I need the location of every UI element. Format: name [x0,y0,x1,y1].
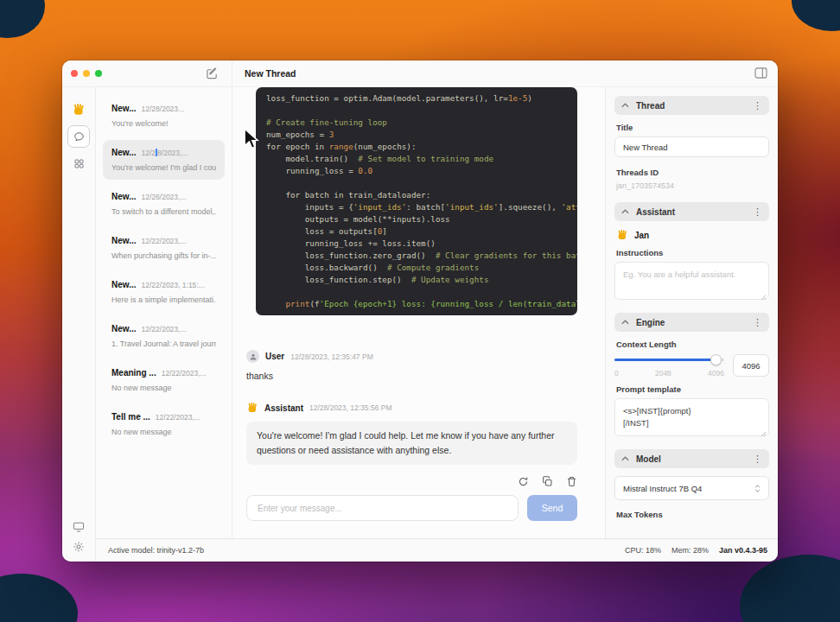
thread-list-item[interactable]: New...12/28/2023...You're welcome! [103,96,225,136]
kebab-menu-icon[interactable]: ⋮ [753,318,762,327]
collapse-chevron-icon[interactable] [621,456,629,461]
thread-list-item[interactable]: New...12/28/2023,...You're welcome! I'm … [103,140,225,180]
thread-item-snippet: No new message [111,428,216,436]
thread-item-title: New... [111,148,137,157]
collapse-chevron-icon[interactable] [621,103,629,108]
prompt-template-textarea[interactable]: <s>[INST]{prompt} [/INST] [614,398,769,436]
threads-id-value: jan_1703574534 [616,181,767,190]
send-button[interactable]: Send [527,495,577,521]
assistant-section-header[interactable]: Assistant ⋮ [614,202,769,221]
minimize-window-button[interactable] [83,70,90,77]
user-message-header: User 12/28/2023, 12:35:47 PM [246,350,577,363]
collapse-chevron-icon[interactable] [621,320,629,325]
selected-model: Mistral Instruct 7B Q4 [623,484,702,493]
thread-list-item[interactable]: Tell me ...12/22/2023,...No new message [103,404,225,444]
composer: Send [246,495,577,521]
rail-hub-tab[interactable] [68,153,89,174]
message-actions [260,476,577,487]
close-window-button[interactable] [71,70,78,77]
thread-item-date: 12/22/2023,... [142,237,187,245]
tick-label: 4096 [708,369,724,378]
thread-item-title: New... [111,280,137,289]
instructions-label: Instructions [616,248,767,257]
tick-label: 0 [614,369,619,378]
zoom-window-button[interactable] [95,70,102,77]
right-panel: Thread ⋮ Title Threads ID jan_1703574534… [605,87,778,538]
thread-list-item[interactable]: New...12/22/2023, 1:15:...Here is a simp… [103,272,225,312]
wallpaper-corner-shape [0,0,45,38]
regenerate-icon[interactable] [518,476,529,487]
kebab-menu-icon[interactable]: ⋮ [753,454,762,464]
thread-item-date: 12/26/2023,... [142,193,187,201]
thread-list-item[interactable]: Meaning ...12/22/2023,...No new message [103,360,225,400]
settings-gear-icon[interactable] [73,541,85,553]
thread-item-snippet: You're welcome! [111,119,216,128]
thread-item-date: 12/28/2023,... [142,149,188,157]
left-rail [62,87,96,562]
copy-icon[interactable] [542,476,553,487]
model-select[interactable]: Mistral Instruct 7B Q4 [614,476,769,500]
thread-item-date: 12/22/2023,... [162,369,207,378]
section-title: Model [636,454,746,464]
instructions-textarea[interactable] [614,262,769,300]
resize-grip-icon[interactable] [760,295,767,301]
context-length-label: Context Length [616,340,767,349]
kebab-menu-icon[interactable]: ⋮ [753,207,762,217]
message-author: Assistant [264,403,303,413]
system-monitor-icon[interactable] [73,522,85,532]
thread-item-snippet: You're welcome! I'm glad I cou... [111,163,216,172]
thread-item-title: New... [111,104,137,113]
engine-section-header[interactable]: Engine ⋮ [614,313,769,332]
resize-grip-icon[interactable] [760,431,767,437]
memory-usage: Mem: 28% [671,546,709,555]
message-input[interactable] [246,495,519,521]
wallpaper-corner-shape [0,574,78,622]
thread-list-item[interactable]: New...12/22/2023,...1. Travel Journal: A… [103,316,225,356]
section-title: Engine [636,318,746,327]
section-title: Thread [636,101,746,111]
active-model-status: Active model: trinity-v1.2-7b [108,546,204,555]
thread-item-snippet: When purchasing gifts for in-... [111,251,216,260]
slider-knob[interactable] [710,354,722,365]
max-tokens-label: Max Tokens [616,510,767,519]
cpu-usage: CPU: 18% [625,546,661,555]
message-timestamp: 12/28/2023, 12:35:56 PM [309,403,391,412]
thread-item-date: 12/22/2023,... [156,413,200,422]
chat-area: loss_function = optim.Adam(model.paramet… [232,87,605,538]
context-length-value[interactable]: 4096 [733,354,769,377]
toggle-right-panel-icon[interactable] [754,67,767,79]
thread-item-date: 12/22/2023,... [142,325,187,333]
titlebar-divider [232,60,232,86]
thread-list-item[interactable]: New...12/22/2023,...When purchasing gift… [103,228,225,268]
assistant-identity: Jan [616,229,767,241]
model-section-header[interactable]: Model ⋮ [614,449,769,468]
assistant-name: Jan [634,231,649,240]
user-message-text: thanks [246,371,577,381]
thread-item-snippet: No new message [111,384,216,392]
context-length-slider[interactable] [614,354,724,365]
slider-tick-labels: 0 2048 4096 [614,369,724,378]
delete-trash-icon[interactable] [566,476,577,487]
thread-title: New Thread [245,68,296,79]
code-block: loss_function = optim.Adam(model.paramet… [256,87,577,315]
jan-logo-wave-icon [68,99,89,120]
thread-list: New...12/28/2023...You're welcome!New...… [96,87,232,538]
thread-item-title: New... [111,192,137,201]
thread-item-title: New... [111,324,137,333]
prompt-template-label: Prompt template [616,384,767,394]
kebab-menu-icon[interactable]: ⋮ [753,101,762,111]
assistant-wave-avatar-icon [246,402,258,414]
thread-title-input[interactable] [614,136,769,157]
thread-section-header[interactable]: Thread ⋮ [614,96,769,115]
collapse-chevron-icon[interactable] [621,209,629,214]
titlebar[interactable]: New Thread [62,60,778,87]
message-author: User [265,352,284,361]
thread-item-snippet: To switch to a different model,... [111,207,216,216]
wallpaper-corner-shape [740,555,840,622]
new-thread-icon[interactable] [206,67,219,79]
thread-list-item[interactable]: New...12/26/2023,...To switch to a diffe… [103,184,225,224]
slider-fill [614,359,716,361]
rail-chat-tab[interactable] [67,125,90,148]
threads-id-label: Threads ID [616,168,767,177]
assistant-message-header: Assistant 12/28/2023, 12:35:56 PM [246,402,577,414]
